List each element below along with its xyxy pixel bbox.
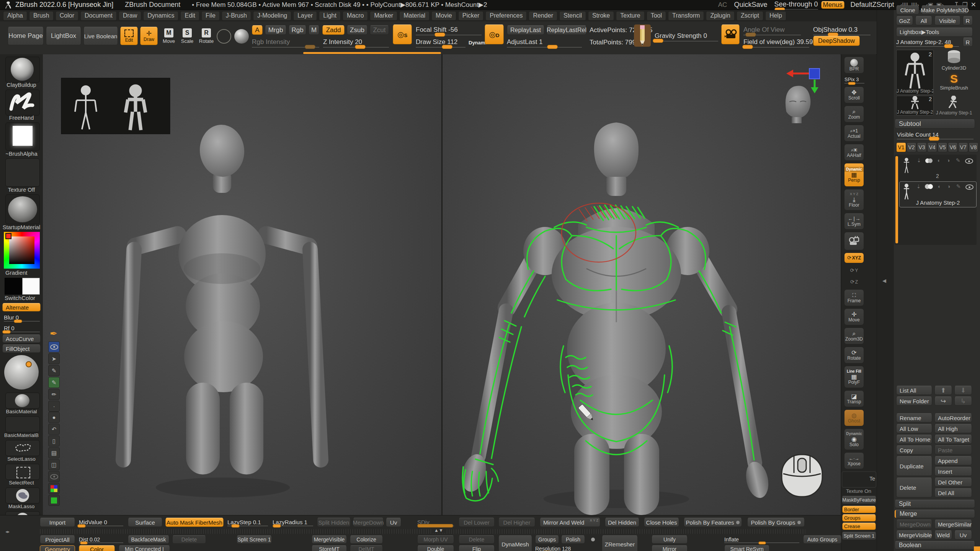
menu-draw[interactable]: Draw xyxy=(119,11,141,21)
uv-merge-button[interactable]: Uv xyxy=(954,530,972,540)
rf-slider[interactable]: Rf 0 xyxy=(4,324,40,332)
document-canvas[interactable] xyxy=(43,54,841,515)
duplicate-button[interactable]: Duplicate xyxy=(896,456,932,476)
sv-square[interactable] xyxy=(9,236,34,264)
del-hidden-button[interactable]: Del Hidden xyxy=(605,518,639,527)
menus-toggle[interactable]: Menus xyxy=(821,1,844,9)
auto-mask-fibermesh-button[interactable]: Auto Mask FiberMesh xyxy=(165,518,224,527)
import-button[interactable]: Import xyxy=(40,518,75,527)
deep-shadow-button[interactable]: DeepShadow xyxy=(813,36,860,46)
subtool-row-2-selected[interactable]: ⇣ ◐ ◑ ✎ J Anatomy Step-2 xyxy=(899,181,977,207)
actual-button[interactable]: ⌕×1Actual xyxy=(844,125,864,142)
zsub-button[interactable]: Zsub xyxy=(347,25,368,35)
menu-help[interactable]: Help xyxy=(765,11,786,21)
subtool-tab-v3[interactable]: V3 xyxy=(917,142,927,152)
menu-file[interactable]: File xyxy=(201,11,220,21)
auto-groups-button[interactable]: Auto Groups xyxy=(803,535,841,544)
subtool-tab-v1[interactable]: V1 xyxy=(896,142,906,152)
see-through-slider[interactable]: See-through 0 xyxy=(774,0,818,10)
fillobject-button[interactable]: FillObject xyxy=(2,344,41,353)
merge-down-bottom-button[interactable]: MergeDown xyxy=(353,518,384,527)
dynamesh-project-dot[interactable] xyxy=(591,538,595,541)
polypaint-arrow-icon[interactable]: ⇣ xyxy=(916,184,921,189)
subtool-tab-v6[interactable]: V6 xyxy=(948,142,958,152)
smart-resym-button[interactable]: Smart ReSym xyxy=(724,545,769,551)
pencil-button[interactable]: ✏ xyxy=(48,389,60,400)
pen-green-button[interactable]: ✎ xyxy=(48,377,60,388)
goz-r-button[interactable]: R xyxy=(963,16,973,25)
delete-morph-button[interactable]: Delete xyxy=(459,535,495,544)
color-tab-button[interactable]: Color xyxy=(79,545,115,551)
visibility-eye-button[interactable] xyxy=(48,341,60,352)
lightbox-tools-button[interactable]: Lightbox▶Tools xyxy=(896,28,973,37)
current-material-thumbnail[interactable] xyxy=(5,194,40,224)
quicksave-button[interactable]: QuickSave xyxy=(734,1,767,9)
menu-alpha[interactable]: Alpha xyxy=(3,11,27,21)
menu-preferences[interactable]: Preferences xyxy=(485,11,527,21)
subtract-icon[interactable]: ◐ xyxy=(938,183,941,189)
camera-lock-button[interactable] xyxy=(844,232,864,250)
lsym-button[interactable]: ←∣→L.Sym xyxy=(844,213,864,230)
split-section-header[interactable]: Split xyxy=(895,500,975,508)
all-high-button[interactable]: All High xyxy=(934,424,972,433)
menu-edit[interactable]: Edit xyxy=(180,11,199,21)
del-other-button[interactable]: Del Other xyxy=(934,478,972,487)
basic-materialb-thumb[interactable] xyxy=(5,416,40,432)
menu-texture[interactable]: Texture xyxy=(616,11,644,21)
obj-shadow-slider[interactable]: ObjShadow 0.3 xyxy=(813,26,871,35)
frame-button[interactable]: ⛶Frame xyxy=(844,289,864,306)
merge-similar-button[interactable]: MergeSimilar xyxy=(934,520,972,529)
menu-material[interactable]: Material xyxy=(399,11,430,21)
recent-tool-1[interactable]: J Anatomy Step-1 xyxy=(935,96,973,115)
delete-subtool-button[interactable]: Delete xyxy=(896,478,932,497)
color-picker[interactable] xyxy=(4,232,40,269)
boolean-section-header[interactable]: Boolean xyxy=(895,541,975,549)
menu-zscript[interactable]: Zscript xyxy=(737,11,763,21)
panel-collapse-icon[interactable]: ◀ xyxy=(882,278,886,284)
flip-button[interactable]: Flip xyxy=(459,545,495,551)
cylinder3d-tool[interactable]: Cylinder3D xyxy=(935,50,973,71)
rotate-z-button[interactable]: ⟳Z xyxy=(844,277,864,287)
border-button[interactable]: Border xyxy=(842,506,876,513)
select-cursor-button[interactable]: ➤ xyxy=(48,353,60,364)
double-button[interactable]: Double xyxy=(417,545,454,551)
zadd-button[interactable]: Zadd xyxy=(322,25,345,35)
menu-macro[interactable]: Macro xyxy=(343,11,368,21)
menu-picker[interactable]: Picker xyxy=(458,11,483,21)
lightbox-button[interactable]: LightBox xyxy=(46,27,81,45)
solo-button[interactable]: Dynamic ◉ Solo xyxy=(844,429,864,450)
draw-size-slider[interactable]: Draw Size 112 xyxy=(416,38,466,47)
aahalf-button[interactable]: ⌕▣AAHalf xyxy=(844,144,864,161)
close-holes-button[interactable]: Close Holes xyxy=(644,518,679,527)
focal-shift-slider[interactable]: Focal Shift -56 xyxy=(416,26,482,35)
menu-jbrush[interactable]: J-Brush xyxy=(222,11,251,21)
menu-color[interactable]: Color xyxy=(56,11,78,21)
delete-projection-button[interactable]: Delete xyxy=(172,535,206,544)
del-lower-button[interactable]: Del Lower xyxy=(459,518,495,527)
menu-movie[interactable]: Movie xyxy=(431,11,456,21)
menu-jmodeling[interactable]: J-Modeling xyxy=(253,11,291,21)
surface-button[interactable]: Surface xyxy=(128,518,162,527)
select-rect-thumb[interactable] xyxy=(5,464,40,480)
rotate-mode-button[interactable]: R Rotate xyxy=(198,28,215,44)
rotate-y-button[interactable]: ⟳Y xyxy=(844,266,864,276)
move-mode-button[interactable]: M Move xyxy=(161,28,177,44)
draw-mode-button[interactable]: ✛ Draw xyxy=(140,27,158,45)
geometry-tab-button[interactable]: Geometry xyxy=(40,545,75,551)
rename-button[interactable]: Rename xyxy=(896,413,932,422)
subtool-section-header[interactable]: Subtool xyxy=(895,119,975,129)
active-tool-thumbnail[interactable]: 2 J Anatomy Step-2 xyxy=(896,50,934,95)
default-zscript-button[interactable]: DefaultZScript xyxy=(851,1,894,9)
intersect-icon[interactable]: ◑ xyxy=(947,157,950,163)
zoom3d-button[interactable]: ⌕Zoom3D xyxy=(844,328,864,344)
polypaint-brush-icon[interactable]: ✎ xyxy=(956,183,961,189)
merge-down-button[interactable]: MergeDown xyxy=(896,520,932,529)
ghost-button[interactable]: ◍Ghost xyxy=(844,409,864,426)
material-slot-icon[interactable] xyxy=(234,29,249,44)
menu-stencil[interactable]: Stencil xyxy=(559,11,586,21)
switch-color-label[interactable]: SwitchColor xyxy=(0,295,43,301)
scroll-button[interactable]: ✥Scroll xyxy=(844,86,864,103)
copy-subtool-button[interactable]: Copy xyxy=(896,445,932,455)
subtract-icon[interactable]: ◐ xyxy=(938,157,941,163)
polyframe-button[interactable]: Line Fill ▦ PolyF xyxy=(844,366,864,388)
